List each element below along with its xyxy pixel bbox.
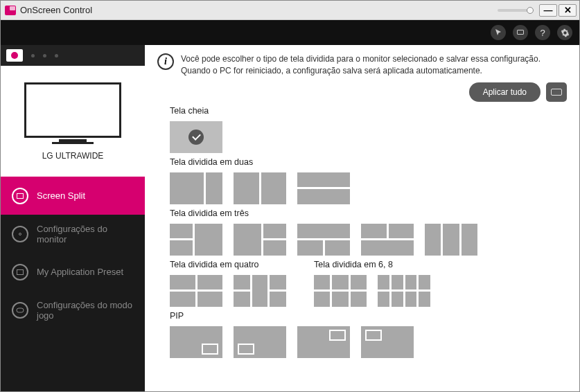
nav-monitor-settings[interactable]: Configurações do monitor — [1, 215, 145, 253]
pointer-icon[interactable] — [491, 25, 506, 40]
layout-three-d[interactable] — [361, 224, 414, 256]
nav-label: My Application Preset — [37, 267, 123, 277]
gamepad-icon — [12, 302, 28, 319]
app-preset-icon — [12, 264, 28, 280]
top-toolbar: ? — [1, 20, 579, 45]
apply-all-button[interactable]: Aplicar tudo — [469, 82, 541, 102]
keyboard-icon — [551, 89, 562, 96]
screen-split-icon — [12, 188, 28, 204]
layout-three-e[interactable] — [425, 224, 477, 256]
section-title: Tela dividida em três — [170, 208, 567, 218]
description-text: Você pode escolher o tipo de tela dividi… — [181, 53, 567, 77]
section-title: Tela dividida em 6, 8 — [314, 260, 430, 269]
info-icon: i — [157, 53, 174, 70]
layout-three-a[interactable] — [170, 224, 222, 256]
selected-check-icon — [188, 130, 204, 145]
layout-six[interactable] — [314, 275, 367, 307]
sidebar-nav: Screen Split Configurações do monitor My… — [1, 177, 145, 391]
svg-rect-2 — [17, 308, 24, 312]
layout-three-c[interactable] — [297, 224, 350, 256]
opacity-slider[interactable] — [498, 9, 532, 12]
monitor-tab-dot — [43, 54, 46, 57]
app-logo-icon — [5, 6, 16, 15]
nav-label: Configurações do monitor — [37, 224, 134, 244]
layout-four-b[interactable] — [234, 275, 286, 307]
monitor-tab-1[interactable] — [6, 49, 23, 62]
section-full: Tela cheia — [170, 106, 567, 153]
section-title: PIP — [170, 311, 567, 321]
monitor-icon[interactable] — [513, 25, 528, 40]
monitor-settings-icon — [12, 226, 28, 242]
svg-rect-0 — [518, 30, 524, 35]
section-six-eight: Tela dividida em 6, 8 — [314, 260, 430, 307]
nav-label: Screen Split — [37, 190, 85, 201]
section-pip: PIP — [170, 311, 567, 358]
layout-four-a[interactable] — [170, 275, 222, 307]
window-controls: — ✕ — [498, 1, 577, 19]
layout-two-left-wide[interactable] — [170, 172, 222, 204]
section-three: Tela dividida em três — [170, 208, 567, 256]
monitor-name-label: LG ULTRAWIDE — [42, 151, 104, 161]
svg-point-1 — [19, 233, 21, 235]
layout-pip-bl[interactable] — [234, 326, 286, 358]
layout-fullscreen[interactable] — [170, 121, 222, 153]
layout-two-stacked[interactable] — [297, 172, 350, 204]
monitor-tab-dot — [55, 54, 58, 57]
monitor-frame-icon — [24, 82, 121, 138]
section-two: Tela dividida em duas — [170, 157, 567, 204]
layout-two-equal[interactable] — [234, 172, 286, 204]
sidebar: LG ULTRAWIDE Screen Split Configurações … — [1, 45, 145, 391]
section-title: Tela dividida em duas — [170, 157, 567, 167]
monitor-tab-dot — [31, 54, 35, 57]
layout-pip-tl[interactable] — [361, 326, 414, 358]
help-icon[interactable]: ? — [535, 25, 550, 40]
nav-game-mode[interactable]: Configurações do modo jogo — [1, 291, 145, 329]
layout-content: Tela cheia Tela dividida em duas — [145, 102, 579, 391]
window-title: OnScreen Control — [20, 5, 92, 15]
section-title: Tela dividida em quatro — [170, 260, 286, 269]
title-bar: OnScreen Control — ✕ — [1, 1, 579, 20]
section-four: Tela dividida em quatro — [170, 260, 286, 307]
nav-app-preset[interactable]: My Application Preset — [1, 253, 145, 291]
section-title: Tela cheia — [170, 106, 567, 116]
layout-eight[interactable] — [378, 275, 430, 307]
keyboard-button[interactable] — [546, 82, 567, 102]
settings-gear-icon[interactable] — [557, 25, 572, 40]
layout-three-b[interactable] — [234, 224, 286, 256]
nav-screen-split[interactable]: Screen Split — [1, 177, 145, 215]
monitor-preview: LG ULTRAWIDE — [1, 66, 145, 177]
nav-label: Configurações do modo jogo — [37, 300, 134, 321]
main-panel: i Você pode escolher o tipo de tela divi… — [145, 45, 579, 391]
minimize-button[interactable]: — — [539, 4, 557, 17]
app-window: OnScreen Control — ✕ ? LG ULTRAWIDE — [0, 0, 580, 392]
monitor-tab-strip — [1, 45, 145, 66]
layout-pip-tr[interactable] — [297, 326, 350, 358]
close-button[interactable]: ✕ — [559, 4, 577, 17]
layout-pip-br[interactable] — [170, 326, 222, 358]
